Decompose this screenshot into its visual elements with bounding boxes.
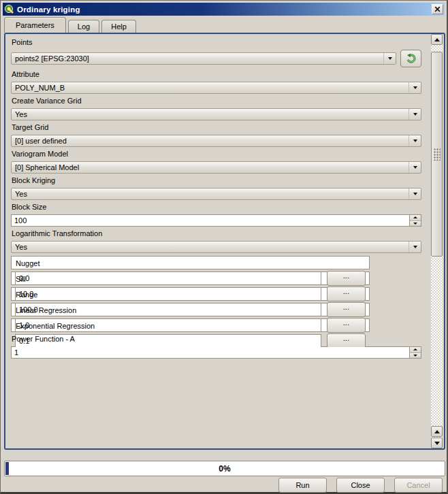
variogram-model-value: [0] Spherical Model <box>12 163 409 171</box>
close-button-label: Close <box>351 481 370 489</box>
scrollbar-thumb[interactable] <box>431 52 443 257</box>
ellipsis-icon: ... <box>343 303 349 312</box>
chevron-down-icon <box>409 109 421 120</box>
power-function-a-input[interactable] <box>12 347 409 358</box>
window-title: Ordinary kriging <box>17 5 80 14</box>
qgis-app-icon <box>4 4 14 14</box>
exponential-regression-expression-button[interactable]: ... <box>327 333 366 348</box>
spin-down-button[interactable] <box>410 352 421 359</box>
parameters-panel: Points points2 [EPSG:23030] <box>4 33 445 450</box>
nugget-label: Nugget <box>16 259 366 268</box>
attribute-label: Attribute <box>12 70 421 79</box>
field-row-attribute: Attribute POLY_NUM_B <box>11 70 421 94</box>
field-row-nugget: Nugget ... <box>11 256 370 269</box>
nugget-expression-button[interactable]: ... <box>327 271 366 286</box>
tab-bar: Parameters Log Help <box>4 17 136 33</box>
spin-down-button[interactable] <box>410 220 421 227</box>
run-button-label: Run <box>295 481 309 489</box>
scrollbar-grip-icon <box>434 148 441 161</box>
tab-parameters[interactable]: Parameters <box>4 17 66 33</box>
power-function-a-spin-buttons <box>409 347 421 358</box>
progress-bar: 0% <box>4 461 445 476</box>
create-variance-grid-label: Create Variance Grid <box>12 97 421 105</box>
ellipsis-icon: ... <box>343 318 349 327</box>
title-bar: Ordinary kriging <box>3 3 445 16</box>
points-combo-value: points2 [EPSG:23030] <box>12 54 383 63</box>
chevron-down-icon <box>383 53 396 64</box>
block-size-label: Block Size <box>12 203 421 212</box>
logarithmic-transformation-label: Logarithmic Transformation <box>12 229 421 238</box>
range-expression-button[interactable]: ... <box>327 302 366 317</box>
linear-regression-expression-button[interactable]: ... <box>327 318 366 333</box>
points-combo[interactable]: points2 [EPSG:23030] <box>11 52 396 65</box>
sill-expression-button[interactable]: ... <box>327 286 366 301</box>
scroll-up-button[interactable] <box>431 34 443 45</box>
logarithmic-transformation-combo[interactable]: Yes <box>11 241 421 253</box>
field-row-points: Points points2 [EPSG:23030] <box>11 38 421 67</box>
parameters-form: Points points2 [EPSG:23030] <box>5 34 429 448</box>
tab-log[interactable]: Log <box>68 20 99 33</box>
field-row-logarithmic-transformation: Logarithmic Transformation Yes <box>11 229 421 253</box>
create-variance-grid-value: Yes <box>12 110 409 118</box>
target-grid-combo[interactable]: [0] user defined <box>11 135 421 147</box>
chevron-down-icon <box>409 188 421 199</box>
tab-parameters-label: Parameters <box>16 21 54 29</box>
field-row-target-grid: Target Grid [0] user defined <box>11 123 421 147</box>
tab-help-label: Help <box>111 22 127 31</box>
spin-up-button[interactable] <box>410 215 421 220</box>
ordinary-kriging-dialog: Ordinary kriging Parameters Log Help Poi… <box>0 0 448 494</box>
field-row-create-variance-grid: Create Variance Grid Yes <box>11 97 421 120</box>
scroll-down-button[interactable] <box>431 438 443 448</box>
block-size-spin-buttons <box>409 215 421 226</box>
target-grid-label: Target Grid <box>12 123 421 132</box>
chevron-down-icon <box>409 162 421 173</box>
close-window-button[interactable] <box>432 4 443 14</box>
block-kriging-value: Yes <box>12 190 409 198</box>
block-kriging-combo[interactable]: Yes <box>11 188 421 200</box>
sill-input[interactable] <box>15 287 321 301</box>
block-size-spinbox <box>11 214 421 227</box>
iterate-layer-button[interactable] <box>400 50 421 67</box>
tab-help[interactable]: Help <box>101 20 136 33</box>
field-row-block-kriging: Block Kriging Yes <box>11 176 421 200</box>
attribute-combo[interactable]: POLY_NUM_B <box>11 82 421 94</box>
block-size-input[interactable] <box>12 215 409 226</box>
attribute-combo-value: POLY_NUM_B <box>12 84 409 92</box>
cancel-button[interactable]: Cancel <box>394 478 443 493</box>
power-function-a-spinbox <box>11 346 421 359</box>
field-row-block-size: Block Size <box>11 203 421 227</box>
target-grid-value: [0] user defined <box>12 137 409 145</box>
ellipsis-icon: ... <box>343 287 349 296</box>
field-row-variogram-model: Variogram Model [0] Spherical Model <box>11 150 421 174</box>
logarithmic-transformation-value: Yes <box>12 243 409 251</box>
create-variance-grid-combo[interactable]: Yes <box>11 108 421 120</box>
block-kriging-label: Block Kriging <box>12 176 421 185</box>
ellipsis-icon: ... <box>343 271 349 280</box>
dialog-button-row: Run Close Cancel <box>278 478 443 493</box>
vertical-scrollbar <box>431 34 443 448</box>
close-button[interactable]: Close <box>336 478 385 493</box>
variogram-model-label: Variogram Model <box>12 150 421 159</box>
scroll-up-button-bottom[interactable] <box>431 426 443 437</box>
spin-up-button[interactable] <box>410 347 421 352</box>
chevron-down-icon <box>409 242 421 252</box>
points-label: Points <box>12 38 421 47</box>
refresh-icon <box>406 53 417 64</box>
chevron-down-icon <box>409 135 421 146</box>
chevron-down-icon <box>409 82 421 93</box>
variogram-model-combo[interactable]: [0] Spherical Model <box>11 161 421 174</box>
run-button[interactable]: Run <box>278 478 327 493</box>
nugget-input[interactable] <box>15 271 321 285</box>
tab-log-label: Log <box>78 22 90 31</box>
progress-percent-label: 0% <box>5 461 445 476</box>
cancel-button-label: Cancel <box>406 481 430 489</box>
ellipsis-icon: ... <box>343 334 349 343</box>
